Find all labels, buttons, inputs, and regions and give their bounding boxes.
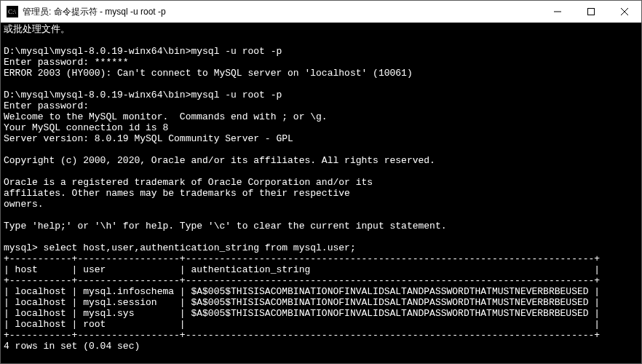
svg-rect-3 [588,9,595,15]
svg-text:C:\: C:\ [8,8,17,15]
terminal-line: 或批处理文件。 [4,24,638,35]
terminal-line: Your MySQL connection id is 8 [4,122,638,133]
table-row: | localhost | root | | [4,319,638,330]
terminal-line: D:\mysql\mysql-8.0.19-winx64\bin>mysql -… [4,46,638,57]
terminal-line [4,144,638,155]
table-border: +-----------+------------------+--------… [4,275,638,286]
terminal-line: Enter password: [4,100,638,111]
terminal-line [4,210,638,221]
close-button[interactable] [608,1,641,23]
terminal-line [4,166,638,177]
minimize-button[interactable] [541,1,574,23]
terminal-line: mysql> select host,user,authentication_s… [4,242,638,253]
table-border: +-----------+------------------+--------… [4,253,638,264]
terminal-line: Server version: 8.0.19 MySQL Community S… [4,133,638,144]
terminal-output[interactable]: 或批处理文件。 D:\mysql\mysql-8.0.19-winx64\bin… [1,23,641,363]
terminal-line: D:\mysql\mysql-8.0.19-winx64\bin>mysql -… [4,90,638,100]
table-row: | localhost | mysql.session | $A$005$THI… [4,297,638,308]
terminal-line: owners. [4,199,638,210]
terminal-line: Type 'help;' or '\h' for help. Type '\c'… [4,221,638,232]
terminal-line: mysql> [4,363,638,363]
terminal-line: 4 rows in set (0.04 sec) [4,341,638,352]
terminal-line: Welcome to the MySQL monitor. Commands e… [4,111,638,122]
titlebar[interactable]: C:\ 管理员: 命令提示符 - mysql -u root -p [1,1,641,23]
table-border: +-----------+------------------+--------… [4,330,638,341]
app-window: C:\ 管理员: 命令提示符 - mysql -u root -p 或批处理文件… [0,0,642,364]
table-row: | localhost | mysql.infoschema | $A$005$… [4,286,638,297]
terminal-line: ERROR 2003 (HY000): Can't connect to MyS… [4,68,638,79]
terminal-line [4,232,638,242]
terminal-line [4,35,638,46]
terminal-line [4,352,638,363]
table-header: | host | user | authentication_string | [4,264,638,275]
terminal-line: Enter password: ****** [4,57,638,68]
maximize-button[interactable] [574,1,608,23]
terminal-line: Copyright (c) 2000, 2020, Oracle and/or … [4,155,638,166]
table-row: | localhost | mysql.sys | $A$005$THISISA… [4,308,638,319]
terminal-line [4,79,638,90]
window-title: 管理员: 命令提示符 - mysql -u root -p [23,6,166,18]
terminal-line: affiliates. Other names may be trademark… [4,188,638,199]
cmd-icon: C:\ [7,6,18,17]
terminal-line: Oracle is a registered trademark of Orac… [4,177,638,188]
